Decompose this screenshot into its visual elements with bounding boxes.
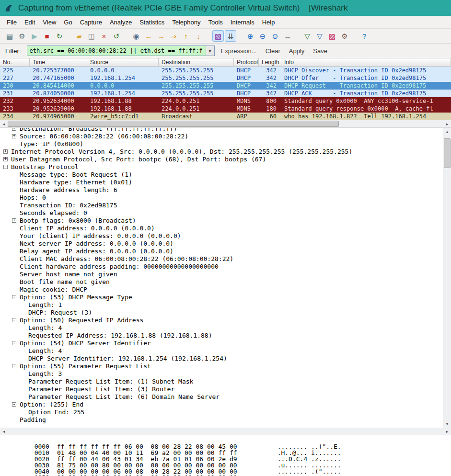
detail-line[interactable]: Length: 4 <box>0 347 443 354</box>
menu-file[interactable]: File <box>3 17 21 28</box>
detail-line[interactable]: Length: 3 <box>0 370 443 377</box>
display-filters-icon[interactable]: ▽ <box>314 30 325 42</box>
column-header[interactable]: No. <box>0 58 30 66</box>
scroll-down-icon[interactable]: ▾ <box>443 420 451 428</box>
expander-icon[interactable] <box>12 218 16 223</box>
detail-line[interactable]: Requested IP Address: 192.168.1.88 (192.… <box>0 331 443 339</box>
menu-capture[interactable]: Capture <box>76 17 106 28</box>
scroll-left-icon[interactable]: ◂ <box>0 120 8 127</box>
reload-icon[interactable]: ↺ <box>111 30 122 42</box>
expander-icon[interactable] <box>12 134 16 138</box>
detail-line[interactable]: Length: 1 <box>0 301 443 308</box>
detail-line[interactable]: Seconds elapsed: 0 <box>0 209 443 216</box>
menu-internals[interactable]: Internals <box>227 17 258 28</box>
detail-line[interactable]: Hardware address length: 6 <box>0 186 443 193</box>
detail-line[interactable]: Server host name not given <box>0 270 443 278</box>
detail-line[interactable]: Transaction ID: 0x2ed98175 <box>0 201 443 209</box>
detail-line[interactable]: Option: (50) Requested IP Address <box>0 316 443 324</box>
packet-row[interactable]: 233 20.952639000 192.168.1.88 224.0.0.25… <box>0 105 451 113</box>
expander-icon[interactable] <box>12 341 16 345</box>
clear-button[interactable]: Clear <box>263 46 283 56</box>
menu-tools[interactable]: Tools <box>204 17 226 28</box>
go-to-top-icon[interactable]: ↑ <box>180 30 192 42</box>
column-header[interactable]: Info <box>281 58 451 66</box>
colorize-toggle-icon[interactable]: ▧ <box>212 30 224 42</box>
column-header[interactable]: Length <box>259 58 281 66</box>
filter-label[interactable]: Filter: <box>3 46 23 56</box>
resize-columns-icon[interactable]: ↔ <box>282 30 293 42</box>
menu-help[interactable]: Help <box>258 17 279 28</box>
close-capture-icon[interactable]: × <box>98 30 110 42</box>
help-icon[interactable]: ? <box>358 30 370 42</box>
scroll-left-icon[interactable]: ◂ <box>0 428 8 435</box>
detail-line[interactable]: Option: (255) End <box>0 400 443 408</box>
expander-icon[interactable] <box>3 157 8 161</box>
restart-capture-icon[interactable]: ↻ <box>54 30 65 42</box>
column-header[interactable]: Source <box>87 58 159 66</box>
hscrollbar-track[interactable] <box>8 428 443 435</box>
detail-line[interactable]: Client hardware address padding: 0000000… <box>0 262 443 270</box>
open-file-icon[interactable]: ▰ <box>73 30 85 42</box>
detail-line[interactable]: Boot file name not given <box>0 278 443 285</box>
detail-line[interactable]: User Datagram Protocol, Src Port: bootpc… <box>0 155 443 163</box>
detail-line[interactable]: Magic cookie: DHCP <box>0 285 443 293</box>
expander-icon[interactable] <box>3 149 8 154</box>
detail-line[interactable]: Client MAC address: 06:00:08:00:28:22 (0… <box>0 255 443 262</box>
menu-statistics[interactable]: Statistics <box>136 17 168 28</box>
details-hscrollbar[interactable]: ◂ ▸ <box>0 428 451 435</box>
expander-icon[interactable] <box>12 364 16 368</box>
expander-icon[interactable] <box>3 165 8 169</box>
save-file-icon[interactable]: ◫ <box>86 30 97 42</box>
detail-line[interactable]: Type: IP (0x0800) <box>0 140 443 147</box>
go-to-bottom-icon[interactable]: ↓ <box>193 30 204 42</box>
coloring-rules-icon[interactable]: ▨ <box>326 30 338 42</box>
detail-line[interactable]: DHCP: Request (3) <box>0 308 443 316</box>
apply-button[interactable]: Apply <box>287 46 307 56</box>
detail-line[interactable]: Relay agent IP address: 0.0.0.0 (0.0.0.0… <box>0 247 443 255</box>
autoscroll-toggle-icon[interactable]: ⇊ <box>225 30 236 42</box>
expander-icon[interactable] <box>12 128 16 131</box>
detail-line[interactable]: Internet Protocol Version 4, Src: 0.0.0.… <box>0 147 443 155</box>
column-header[interactable]: Protocol <box>234 58 259 66</box>
go-back-icon[interactable]: ← <box>143 30 154 42</box>
go-to-packet-icon[interactable]: ⇒ <box>168 30 179 42</box>
menu-view[interactable]: View <box>39 17 60 28</box>
detail-line[interactable]: Next server IP address: 0.0.0.0 (0.0.0.0… <box>0 239 443 247</box>
filter-input[interactable] <box>27 46 206 56</box>
menu-edit[interactable]: Edit <box>21 17 39 28</box>
preferences-icon[interactable]: ⚙ <box>339 30 350 42</box>
vscrollbar-track[interactable] <box>443 136 451 420</box>
expander-icon[interactable] <box>12 318 16 322</box>
detail-line[interactable]: Your (client) IP address: 0.0.0.0 (0.0.0… <box>0 232 443 239</box>
detail-line[interactable]: Padding <box>0 416 443 423</box>
detail-line[interactable]: Bootstrap Protocol <box>0 163 443 170</box>
zoom-in-icon[interactable]: ⊕ <box>244 30 256 42</box>
detail-line[interactable]: Destination: Broadcast (ff:ff:ff:ff:ff:f… <box>0 128 443 132</box>
zoom-100-icon[interactable]: ⊜ <box>269 30 281 42</box>
capture-filters-icon[interactable]: ▽ <box>301 30 313 42</box>
detail-line[interactable]: Hardware type: Ethernet (0x01) <box>0 178 443 186</box>
packet-row[interactable]: 231 20.874050000 192.168.1.254 255.255.2… <box>0 90 451 97</box>
detail-line[interactable]: Option: (53) DHCP Message Type <box>0 293 443 301</box>
detail-line[interactable]: DHCP Server Identifier: 192.168.1.254 (1… <box>0 354 443 362</box>
expander-icon[interactable] <box>12 402 16 407</box>
column-header[interactable]: Time <box>30 58 87 66</box>
packet-row[interactable]: 232 20.952634000 192.168.1.88 224.0.0.25… <box>0 97 451 105</box>
detail-line[interactable]: Message type: Boot Request (1) <box>0 170 443 178</box>
find-packet-icon[interactable]: ◉ <box>130 30 142 42</box>
hex-row[interactable]: 0000ff ff ff ff ff ff 06 00 08 00 28 22 … <box>0 437 451 443</box>
scroll-up-icon[interactable]: ▴ <box>443 128 451 136</box>
details-vscrollbar[interactable]: ▴ ▾ <box>443 128 451 428</box>
capture-options-icon[interactable]: ⚙ <box>16 30 28 42</box>
expression-button[interactable]: Expression... <box>219 46 259 56</box>
packet-row[interactable]: 230 20.845414000 0.0.0.0 255.255.255.255… <box>0 82 451 90</box>
menu-go[interactable]: Go <box>60 17 76 28</box>
go-forward-icon[interactable]: → <box>155 30 167 42</box>
menu-telephony[interactable]: Telephony <box>168 17 204 28</box>
scroll-right-icon[interactable]: ▸ <box>443 428 451 435</box>
detail-line[interactable]: Hops: 0 <box>0 193 443 201</box>
detail-line[interactable]: Bootp flags: 0x8000 (Broadcast) <box>0 216 443 224</box>
detail-line[interactable]: Parameter Request List Item: (1) Subnet … <box>0 377 443 385</box>
zoom-out-icon[interactable]: ⊖ <box>257 30 268 42</box>
detail-line[interactable]: Option: (55) Parameter Request List <box>0 362 443 370</box>
